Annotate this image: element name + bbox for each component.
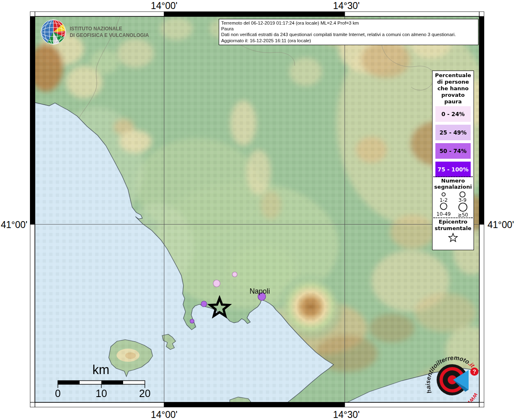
city-label-napoli: Napoli (249, 287, 270, 295)
legend-class-25-49: 25 - 49% (435, 125, 471, 140)
legend-class-75-100: 75 - 100% (435, 162, 471, 177)
earthquake-info-box: Terremoto del 06-12-2019 01:17:24 (ora l… (219, 19, 478, 45)
legend-percent-title: Percentuale di persone che hanno provato… (433, 72, 474, 105)
info-line-event: Terremoto del 06-12-2019 01:17:24 (ora l… (221, 20, 476, 26)
lat-label-left: 41°00' (1, 219, 27, 231)
info-line-updated: Aggiornato il: 16-12-2025 16:11 (ora loc… (221, 38, 476, 43)
felt-report-dot (201, 301, 207, 307)
legend-epicenter-title: Epicentro strumentale (433, 219, 474, 232)
legend-size-10-49: 10-49 (434, 211, 453, 217)
legend-epicenter-star (433, 233, 474, 249)
lon-label-top-left: 14°00' (140, 0, 189, 11)
felt-report-dot (232, 272, 237, 277)
lon-label-bottom-left: 14°00' (140, 409, 189, 420)
ingv-name-line2: DI GEOFISICA E VULCANOLOGIA (70, 32, 149, 38)
haisentitoilterremoto-map-page: { "axis": { "lon_left": "14°00'", "lon_r… (0, 0, 515, 420)
felt-report-dot (213, 280, 220, 287)
info-line-disclaimer: Dati non verificati estratti da 243 ques… (221, 32, 476, 37)
lon-label-top-right: 14°30' (322, 0, 371, 11)
scale-tick-10: 10 (96, 388, 107, 399)
scale-bar-unit: km (92, 363, 109, 377)
legend-size-1-2: 1-2 (435, 197, 452, 203)
legend-box: Percentuale di persone che hanno provato… (432, 71, 474, 250)
legend-size-3-9: 3-9 (454, 197, 471, 203)
legend-size-50plus: ≥50 (455, 212, 471, 218)
ingv-name-line1: ISTITUTO NAZIONALE (70, 26, 122, 32)
lon-label-bottom-right: 14°30' (322, 409, 371, 420)
map-canvas: Napoli km 0 10 20 (30, 11, 484, 407)
scale-tick-20: 20 (139, 388, 151, 399)
felt-report-dot (190, 319, 194, 323)
scale-tick-0: 0 (55, 388, 61, 399)
legend-divider-1 (433, 176, 473, 177)
legend-count-title: Numero segnalazioni (433, 178, 474, 190)
legend-class-0-24: 0 - 24% (435, 106, 471, 122)
ingv-globe-grid (41, 20, 66, 44)
map-terrain: Napoli km 0 10 20 (30, 16, 484, 407)
lat-label-right: 41°00' (488, 219, 514, 231)
info-line-map-type: Paura (221, 26, 476, 32)
question-mark-glyph: ? (473, 368, 476, 375)
legend-divider-2 (433, 217, 473, 218)
legend-class-50-74: 50 - 74% (435, 143, 471, 159)
